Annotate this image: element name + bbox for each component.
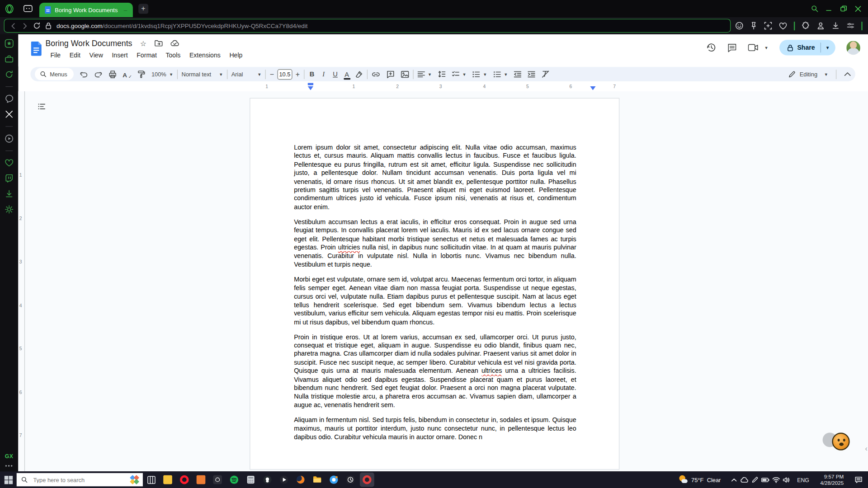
- numbered-list-icon[interactable]: [493, 70, 501, 78]
- document-page[interactable]: Lorem ipsum dolor sit amet, consectetur …: [250, 98, 619, 470]
- paragraph[interactable]: Aliquam in fermentum nisl. Sed turpis fe…: [294, 415, 576, 441]
- insert-image-icon[interactable]: [401, 70, 409, 78]
- opera-gx-logo-icon[interactable]: [5, 4, 14, 14]
- share-dropdown[interactable]: ▼: [821, 42, 835, 52]
- calculator-icon[interactable]: [242, 471, 259, 488]
- decrease-indent-icon[interactable]: [514, 70, 522, 78]
- weather-widget[interactable]: 75°F Clear: [679, 475, 721, 484]
- avatar[interactable]: [846, 41, 860, 55]
- bulleted-list-icon[interactable]: [472, 70, 480, 78]
- add-comment-icon[interactable]: [386, 70, 394, 78]
- checklist-icon[interactable]: [452, 70, 459, 78]
- spotify-icon[interactable]: [226, 471, 243, 488]
- meet-button[interactable]: ▼: [748, 44, 769, 52]
- paragraph[interactable]: Morbi eget est vulputate, ornare sem id,…: [294, 275, 576, 326]
- panel-collapse-arrow[interactable]: ‹: [865, 444, 867, 452]
- text-run[interactable]: Morbi eget est vulputate, ornare sem id,…: [294, 275, 576, 325]
- align-left-icon[interactable]: [417, 70, 425, 78]
- comments-icon[interactable]: [727, 43, 737, 52]
- horizontal-ruler[interactable]: 1 1 2 3 4 5 6 7: [25, 81, 868, 91]
- player-icon[interactable]: [5, 134, 14, 143]
- italic-button[interactable]: I: [320, 70, 327, 78]
- chevron-down-icon[interactable]: ▼: [504, 72, 508, 77]
- chrome-icon[interactable]: [326, 471, 342, 488]
- chevron-down-icon[interactable]: ▼: [483, 72, 487, 77]
- redo-icon[interactable]: [94, 70, 102, 78]
- sidebar-downloads-icon[interactable]: [5, 189, 14, 199]
- notification-center-icon[interactable]: [849, 471, 868, 488]
- workspace-briefcase-icon[interactable]: [5, 54, 14, 64]
- first-line-indent-marker[interactable]: [308, 83, 313, 85]
- battery-icon[interactable]: [760, 472, 770, 487]
- firefox-icon[interactable]: [292, 471, 309, 488]
- underline-button[interactable]: U: [331, 70, 339, 78]
- menu-help[interactable]: Help: [226, 51, 246, 60]
- clear-formatting-icon[interactable]: [542, 70, 550, 78]
- document-title[interactable]: Boring Work Documents: [45, 39, 132, 48]
- notes-app-icon[interactable]: [193, 471, 209, 488]
- github-icon[interactable]: [259, 471, 276, 488]
- misspelled-word[interactable]: ultricies: [338, 244, 360, 251]
- left-indent-marker[interactable]: [308, 86, 313, 90]
- increase-indent-icon[interactable]: [528, 70, 535, 78]
- paragraph[interactable]: Lorem ipsum dolor sit amet, consectetur …: [294, 143, 576, 211]
- forward-icon[interactable]: [22, 23, 28, 29]
- decrease-font-size-button[interactable]: −: [270, 70, 274, 78]
- tab-close-icon[interactable]: –: [124, 7, 127, 14]
- hidden-icons-chevron[interactable]: [729, 472, 739, 487]
- media-player-icon[interactable]: [276, 471, 292, 488]
- font-size-input[interactable]: 10.5: [277, 69, 292, 79]
- more-options-icon[interactable]: [5, 465, 13, 467]
- collapse-toolbar-icon[interactable]: [844, 72, 851, 76]
- gx-label[interactable]: GX: [5, 453, 14, 459]
- clock-app-icon[interactable]: [342, 471, 359, 488]
- undo-icon[interactable]: [80, 70, 88, 78]
- cloud-saved-icon[interactable]: [170, 40, 179, 47]
- misspelled-word[interactable]: ultrices: [481, 367, 502, 374]
- task-view-icon[interactable]: [143, 471, 160, 488]
- tab-search-icon[interactable]: [811, 5, 818, 12]
- volume-icon[interactable]: [781, 472, 792, 487]
- menu-edit[interactable]: Edit: [66, 51, 84, 60]
- paint-format-icon[interactable]: [137, 70, 145, 78]
- onedrive-cloud-icon[interactable]: [739, 472, 750, 487]
- text-run[interactable]: Lorem ipsum dolor sit amet, consectetur …: [294, 143, 576, 210]
- gx-corner-icon[interactable]: [23, 5, 33, 12]
- messenger-icon[interactable]: [5, 94, 14, 103]
- favorites-heart-icon[interactable]: [779, 22, 787, 29]
- chevron-down-icon[interactable]: ▼: [428, 72, 432, 77]
- taskbar-search-input[interactable]: [32, 476, 126, 483]
- url-field[interactable]: docs.google.com/document/d/1kvdsq1RcpjYX…: [4, 19, 731, 33]
- increase-font-size-button[interactable]: +: [296, 70, 300, 78]
- active-browser-window[interactable]: [359, 471, 375, 488]
- heart-icon[interactable]: [5, 158, 14, 168]
- spell-check-icon[interactable]: A✓: [123, 70, 131, 79]
- google-docs-logo[interactable]: [31, 42, 42, 56]
- active-tab[interactable]: Boring Work Documents –: [39, 3, 133, 17]
- line-spacing-icon[interactable]: [438, 70, 446, 78]
- file-explorer-icon[interactable]: [309, 471, 326, 488]
- print-icon[interactable]: [108, 70, 116, 78]
- restore-icon[interactable]: [840, 5, 847, 12]
- opera-icon[interactable]: [176, 471, 193, 488]
- menu-insert[interactable]: Insert: [108, 51, 132, 60]
- right-indent-marker[interactable]: [590, 86, 595, 90]
- insert-link-icon[interactable]: [371, 70, 380, 78]
- snapshot-icon[interactable]: [764, 22, 772, 30]
- font-family-select[interactable]: Arial: [231, 71, 243, 78]
- vertical-ruler[interactable]: 1 2 3 4 5 6 7 8: [18, 91, 25, 471]
- share-button[interactable]: Share ▼: [779, 40, 835, 55]
- menu-extensions[interactable]: Extensions: [185, 51, 224, 60]
- profile-icon[interactable]: [816, 22, 825, 30]
- taskbar-search[interactable]: [17, 473, 143, 486]
- new-tab-button[interactable]: +: [138, 4, 148, 14]
- refresh-icon[interactable]: [5, 70, 14, 79]
- workspace-home-icon[interactable]: [5, 39, 14, 48]
- taskbar-clock[interactable]: 9:57 PM 4/28/2025: [820, 474, 844, 486]
- text-color-button[interactable]: A: [343, 69, 351, 79]
- highlight-color-icon[interactable]: [354, 70, 363, 78]
- menu-tools[interactable]: Tools: [162, 51, 184, 60]
- audio-app-icon[interactable]: [209, 471, 226, 488]
- document-body[interactable]: Lorem ipsum dolor sit amet, consectetur …: [294, 143, 576, 447]
- pen-icon[interactable]: [750, 472, 760, 487]
